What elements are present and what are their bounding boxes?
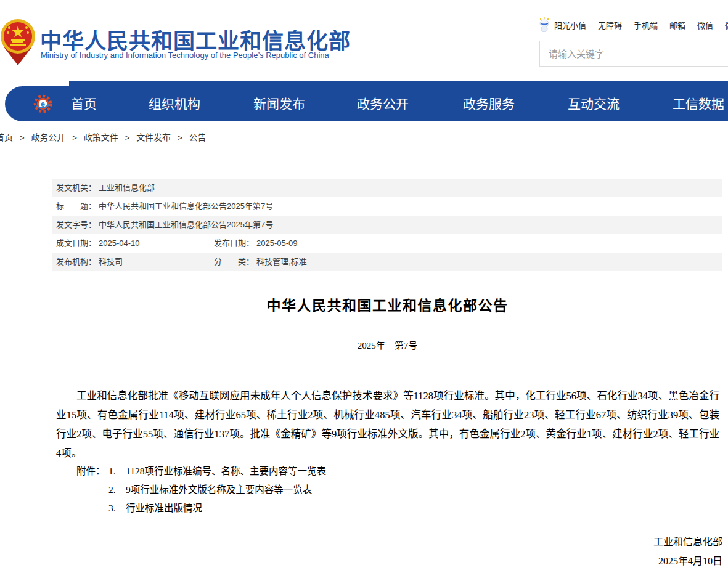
site-subtitle: Ministry of Industry and Information Tec… [41,51,329,60]
meta-row-publisher: 发布机构：科技司 分 类：科技管理,标准 [52,253,722,271]
breadcrumb-policy-files[interactable]: 政策文件 [84,132,118,142]
meta-row-title: 标 题：中华人民共和国工业和信息化部公告2025年第7号 [52,197,722,216]
meta-label: 成文日期： [56,238,96,248]
meta-value: 科技司 [99,257,123,266]
meta-label: 发布日期： [214,238,254,248]
quick-link-mail[interactable]: 邮箱 [669,19,685,31]
meta-value: 2025-04-10 [99,238,140,248]
attachment-link-1[interactable]: 1128项行业标准编号、名称、主要内容等一览表 [126,462,326,481]
quick-link-weibo[interactable]: 微博 [725,19,728,31]
mascot-icon [539,17,550,32]
quick-link-mobile[interactable]: 手机端 [634,19,658,31]
page: 中华人民共和国工业和信息化部 Ministry of Industry and … [0,0,728,581]
attachments-list: 1. 1128项行业标准编号、名称、主要内容等一览表 2. 9项行业标准外文版名… [108,462,326,518]
breadcrumb-separator: > [72,133,77,142]
breadcrumb-separator: > [125,133,130,142]
breadcrumb: 首页 > 政务公开 > 政策文件 > 文件发布 > 公告 [0,131,207,143]
signature-agency: 工业和信息化部 [653,532,722,551]
meta-label: 分 类： [214,257,254,266]
miit-gear-logo-icon: e [33,94,52,113]
document-meta-table: 发文机关：工业和信息化部 标 题：中华人民共和国工业和信息化部公告2025年第7… [52,179,722,271]
meta-label: 标 题： [56,201,96,211]
meta-value: 中华人民共和国工业和信息化部公告2025年第7号 [99,201,273,211]
attachment-item: 2. 9项行业标准外文版名称及主要内容等一览表 [108,481,326,499]
nav-item-home[interactable]: 首页 [71,86,97,121]
signature-date: 2025年4月10日 [653,551,722,571]
nav-item-organization[interactable]: 组织机构 [149,86,200,121]
breadcrumb-separator: > [178,133,182,142]
attachment-number: 3. [108,499,126,518]
quick-link-wechat[interactable]: 微信 [697,19,713,31]
meta-row-dates: 成文日期：2025-04-10 发布日期：2025-05-09 [52,234,722,253]
quick-link-sunshine[interactable]: 阳光小信 [554,19,586,31]
breadcrumb-home[interactable]: 首页 [0,132,13,142]
issue-number: 2025年 第7号 [52,338,722,351]
search-box [539,41,728,67]
nav-item-news[interactable]: 新闻发布 [253,86,305,121]
meta-label: 发文机关： [56,183,96,192]
meta-value: 2025-05-09 [256,238,298,248]
nav-item-data[interactable]: 工信数据 [673,86,724,121]
nav-item-gov-open[interactable]: 政务公开 [357,86,409,121]
meta-value: 科技管理,标准 [256,257,307,266]
attachment-number: 1. [108,462,126,481]
meta-col2: 分 类：科技管理,标准 [214,253,307,271]
svg-text:e: e [41,100,45,108]
meta-col2: 发布日期：2025-05-09 [214,234,298,253]
meta-label: 发文字号： [56,220,96,229]
meta-label: 发布机构： [56,257,96,266]
breadcrumb-file-release[interactable]: 文件发布 [136,132,171,142]
breadcrumb-gov-open[interactable]: 政务公开 [31,132,65,142]
attachment-number: 2. [108,481,126,499]
meta-value: 工业和信息化部 [99,183,155,192]
attachments-label: 附件： [76,462,108,518]
attachments: 附件： 1. 1128项行业标准编号、名称、主要内容等一览表 2. 9项行业标准… [76,462,326,518]
quick-link-accessibility[interactable]: 无障碍 [598,19,622,31]
signature-block: 工业和信息化部 2025年4月10日 [653,532,722,571]
attachment-item: 3. 行业标准出版情况 [108,499,326,518]
document-body: 工业和信息化部批准《移动互联网应用未成年人个人信息保护技术要求》等1128项行业… [56,386,719,463]
meta-row-doc-number: 发文字号：中华人民共和国工业和信息化部公告2025年第7号 [52,216,722,234]
main-nav: e 首页 组织机构 新闻发布 政务公开 政务服务 互动交流 工信数据 [5,86,728,121]
attachment-link-2[interactable]: 9项行业标准外文版名称及主要内容等一览表 [126,481,312,499]
document-title: 中华人民共和国工业和信息化部公告 [52,294,722,315]
meta-value: 中华人民共和国工业和信息化部公告2025年第7号 [99,220,273,229]
national-emblem-icon [0,16,36,65]
breadcrumb-separator: > [20,133,25,142]
quick-links: 阳光小信 无障碍 手机端 邮箱 微信 微博 [539,17,728,32]
nav-item-interaction[interactable]: 互动交流 [568,86,620,121]
search-input[interactable] [540,41,728,66]
breadcrumb-announcement[interactable]: 公告 [189,132,207,142]
attachment-item: 1. 1128项行业标准编号、名称、主要内容等一览表 [108,462,326,481]
attachment-link-3[interactable]: 行业标准出版情况 [126,499,202,518]
nav-item-gov-service[interactable]: 政务服务 [463,86,515,121]
meta-row-issuing-agency: 发文机关：工业和信息化部 [52,179,722,197]
